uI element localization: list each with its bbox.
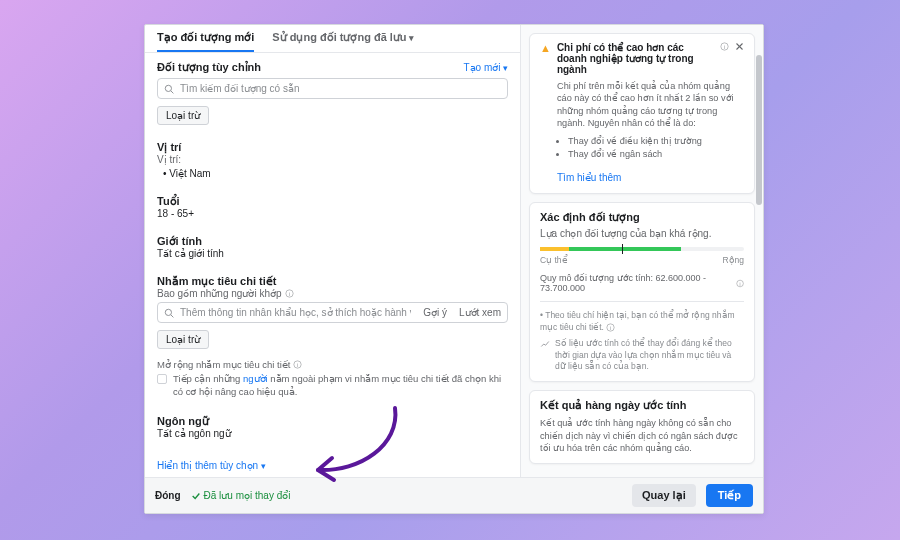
svg-text:i: i [739,281,740,286]
svg-text:i: i [297,362,298,368]
language-heading: Ngôn ngữ [157,415,508,428]
age-heading: Tuổi [157,195,508,208]
search-icon [164,308,174,318]
detailed-targeting-heading: Nhắm mục tiêu chi tiết [157,275,508,288]
location-value: • Việt Nam [157,168,508,179]
scrollbar-thumb[interactable] [756,55,762,205]
alert-reasons-list: Thay đổi về điều kiện thị trường Thay đổ… [540,135,744,163]
expand-targeting-description: Tiếp cận những người nằm ngoài phạm vi n… [173,373,508,399]
saved-indicator: Đã lưu mọi thay đổi [191,490,291,501]
meter-label-broad: Rộng [722,255,744,265]
audience-definition-card: Xác định đối tượng Lựa chọn đối tượng củ… [529,202,755,381]
graph-icon [540,339,550,349]
show-more-options-link[interactable]: Hiển thị thêm tùy chọn [157,460,266,471]
cost-alert-card: ▲ Chi phí có thể cao hơn các doanh nghiệ… [529,33,755,194]
custom-audience-section: Đối tượng tùy chỉnh Tạo mới Loại trừ [145,53,520,133]
info-icon[interactable]: i [606,323,615,332]
expand-targeting-checkbox[interactable] [157,374,167,384]
list-item: Thay đổi về điều kiện thị trường [568,135,744,149]
detailed-targeting-input[interactable] [180,307,411,318]
tab-create-new-audience[interactable]: Tạo đối tượng mới [157,31,254,52]
daily-results-card: Kết quả hàng ngày ước tính Kết quả ước t… [529,390,755,465]
check-icon [191,491,201,501]
daily-results-body: Kết quả ước tính hàng ngày không có sẵn … [540,417,744,456]
search-icon [164,84,174,94]
browse-link[interactable]: Lướt xem [459,307,501,318]
gender-heading: Giới tính [157,235,508,248]
custom-audience-heading: Đối tượng tùy chỉnh [157,61,261,74]
exclude-detailed-button[interactable]: Loại trừ [157,330,209,349]
custom-audience-search-input[interactable] [180,83,501,94]
location-heading: Vị trí [157,141,508,154]
gender-section: Giới tính Tất cả giới tính [145,227,520,267]
svg-line-1 [171,90,174,93]
svg-text:i: i [288,291,289,297]
more-options-row: Hiển thị thêm tùy chọn [145,447,520,477]
svg-text:i: i [610,325,611,331]
content-area: Tạo đối tượng mới Sử dụng đối tượng đã l… [145,25,763,477]
svg-line-5 [171,314,174,317]
svg-point-0 [165,85,171,91]
language-value: Tất cả ngôn ngữ [157,428,508,439]
audience-definition-heading: Xác định đối tượng [540,211,744,224]
meter-label-specific: Cụ thể [540,255,568,265]
next-button[interactable]: Tiếp [706,484,753,507]
detailed-targeting-section: Nhắm mục tiêu chi tiết Bao gồm những ngư… [145,267,520,407]
warning-icon: ▲ [540,42,551,54]
info-icon[interactable]: i [720,42,729,51]
footer-bar: Đóng Đã lưu mọi thay đổi Quay lại Tiếp [145,477,763,513]
back-button[interactable]: Quay lại [632,484,696,507]
age-section: Tuổi 18 - 65+ [145,187,520,227]
audience-estimate-value: Quy mô đối tượng ước tính: 62.600.000 - … [540,273,733,293]
gender-value: Tất cả giới tính [157,248,508,259]
svg-text:i: i [724,44,725,50]
ad-set-editor-window: Tạo đối tượng mới Sử dụng đối tượng đã l… [144,24,764,514]
close-icon[interactable] [735,42,744,51]
close-panel-button[interactable]: Đóng [155,490,181,501]
audience-tabs: Tạo đối tượng mới Sử dụng đối tượng đã l… [145,25,520,53]
scrollbar[interactable] [755,25,763,477]
age-value: 18 - 65+ [157,208,508,219]
language-section: Ngôn ngữ Tất cả ngôn ngữ [145,407,520,447]
location-section: Vị trí Vị trí: • Việt Nam [145,133,520,187]
estimate-disclaimer: Số liệu ước tính có thể thay đổi đáng kể… [555,338,744,372]
audience-marker [622,244,623,254]
custom-audience-search[interactable] [157,78,508,99]
targeting-tip: • Theo tiêu chí hiện tại, bạn có thể mở … [540,310,744,333]
create-new-audience-link[interactable]: Tạo mới [463,62,508,73]
left-panel: Tạo đối tượng mới Sử dụng đối tượng đã l… [145,25,521,477]
exclude-custom-button[interactable]: Loại trừ [157,106,209,125]
detailed-targeting-search[interactable]: Gợi ý Lướt xem [157,302,508,323]
right-panel: ▲ Chi phí có thể cao hơn các doanh nghiệ… [521,25,763,477]
include-match-label: Bao gồm những người khớp [157,288,282,299]
daily-results-heading: Kết quả hàng ngày ước tính [540,399,744,412]
suggestions-link[interactable]: Gợi ý [423,307,447,318]
learn-more-link[interactable]: Tìm hiểu thêm [557,172,621,183]
audience-size-meter [540,247,744,251]
tab-use-saved-audience[interactable]: Sử dụng đối tượng đã lưu [272,31,414,52]
info-icon[interactable]: i [736,279,744,288]
audience-definition-sub: Lựa chọn đối tượng của bạn khá rộng. [540,228,744,239]
list-item: Thay đổi về ngân sách [568,148,744,162]
svg-point-4 [165,309,171,315]
location-label: Vị trí: [157,154,508,165]
info-icon[interactable]: i [285,289,294,298]
alert-title: Chi phí có thể cao hơn các doanh nghiệp … [557,42,714,75]
info-icon[interactable]: i [293,360,302,369]
alert-body: Chi phí trên mỗi kết quả của nhóm quảng … [557,80,744,130]
expand-targeting-label: Mở rộng nhắm mục tiêu chi tiết [157,359,290,370]
